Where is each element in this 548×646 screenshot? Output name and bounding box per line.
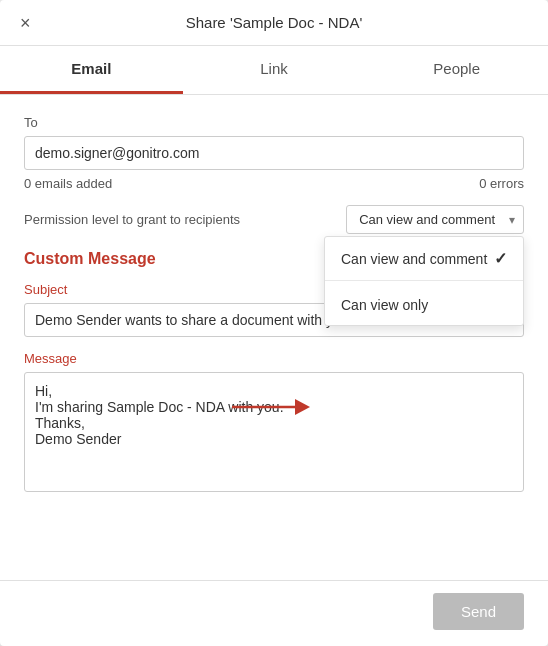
permission-dropdown-button[interactable]: Can view and comment (346, 205, 524, 234)
to-label: To (24, 115, 524, 130)
modal-body: To 0 emails added 0 errors Permission le… (0, 95, 548, 580)
email-meta: 0 emails added 0 errors (24, 176, 524, 191)
to-input[interactable] (24, 136, 524, 170)
message-label: Message (24, 351, 524, 366)
tab-people[interactable]: People (365, 46, 548, 94)
emails-added-count: 0 emails added (24, 176, 112, 191)
tab-bar: Email Link People (0, 46, 548, 95)
permission-dropdown: Can view and comment Can view and commen… (346, 205, 524, 234)
modal-title: Share 'Sample Doc - NDA' (20, 14, 528, 31)
modal-footer: Send (0, 580, 548, 646)
tab-email[interactable]: Email (0, 46, 183, 94)
dropdown-item-label: Can view and comment (341, 251, 487, 267)
close-button[interactable]: × (16, 8, 35, 37)
share-modal: × Share 'Sample Doc - NDA' Email Link Pe… (0, 0, 548, 646)
tab-link[interactable]: Link (183, 46, 366, 94)
send-button[interactable]: Send (433, 593, 524, 630)
dropdown-item-view-only[interactable]: Can view only (325, 285, 523, 325)
permission-dropdown-menu: Can view and comment ✓ Can view only (324, 236, 524, 326)
message-textarea[interactable]: Hi, I'm sharing Sample Doc - NDA with yo… (24, 372, 524, 492)
arrow-indicator (230, 395, 310, 419)
dropdown-item-label: Can view only (341, 297, 428, 313)
dropdown-item-view-comment[interactable]: Can view and comment ✓ (325, 237, 523, 280)
permission-label: Permission level to grant to recipients (24, 212, 240, 227)
check-icon: ✓ (494, 249, 507, 268)
modal-header: × Share 'Sample Doc - NDA' (0, 0, 548, 46)
svg-marker-1 (295, 399, 310, 415)
permission-row: Permission level to grant to recipients … (24, 205, 524, 234)
errors-count: 0 errors (479, 176, 524, 191)
dropdown-divider (325, 280, 523, 281)
